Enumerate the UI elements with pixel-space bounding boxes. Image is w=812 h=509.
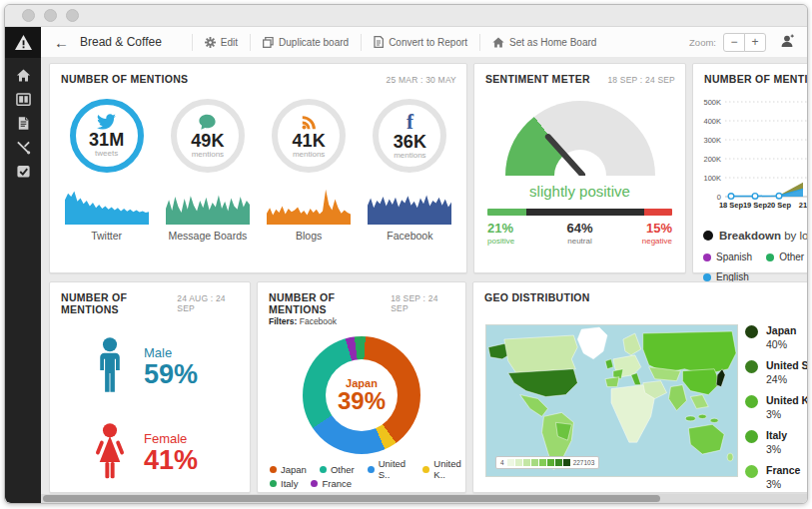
- svg-text:20 Sep: 20 Sep: [767, 201, 792, 210]
- card-date-range: 25 MAR : 30 MAY: [387, 75, 456, 85]
- card-title: NUMBER OF MENTIONS: [269, 291, 391, 315]
- country-donut-chart: Japan 39%: [303, 336, 420, 454]
- world-map: 4 227103: [485, 324, 738, 477]
- svg-text:18 Sep: 18 Sep: [719, 201, 744, 210]
- duplicate-board-button[interactable]: Duplicate board: [251, 27, 361, 57]
- card-date-range: 24 AUG : 24 SEP: [177, 293, 240, 313]
- twitter-sparkline: [65, 185, 149, 225]
- donut-hole: Japan 39%: [326, 359, 398, 431]
- traffic-light-minimize[interactable]: [44, 9, 57, 22]
- scale-swatches: [507, 459, 570, 466]
- sidebar-monitor-icon[interactable]: [16, 140, 31, 155]
- source-facebook: f 36K mentions Facebook: [362, 99, 457, 242]
- horizontal-scrollbar: [41, 494, 807, 503]
- card-number-of-mentions-donut: NUMBER OF MENTIONS 18 SEP : 24 SEP Filte…: [257, 281, 466, 493]
- sentiment-gauge: [505, 101, 655, 176]
- legend-item-other: Other: [766, 252, 804, 262]
- neutral-label: neutral: [549, 237, 610, 246]
- card-number-of-mentions-sources: NUMBER OF MENTIONS 25 MAR : 30 MAY 31M t…: [49, 63, 467, 273]
- dashboard-canvas: NUMBER OF MENTIONS 25 MAR : 30 MAY 31M t…: [41, 57, 807, 503]
- world-map-svg: [486, 325, 737, 476]
- legend-item-united-states: United S..: [368, 458, 410, 480]
- svg-text:21: 21: [799, 201, 807, 210]
- source-blogs: 41K mentions Blogs: [261, 99, 357, 242]
- legend-dot: [311, 480, 318, 487]
- svg-text:200K: 200K: [703, 155, 721, 164]
- choropleth-scale: 4 227103: [495, 456, 599, 469]
- scrollbar-thumb[interactable]: [43, 495, 660, 502]
- zoom-in-button[interactable]: +: [744, 33, 766, 52]
- male-label: Male: [144, 345, 198, 360]
- back-button[interactable]: ←: [41, 34, 80, 51]
- scale-swatch: [563, 459, 570, 466]
- facebook-icon: f: [406, 112, 413, 133]
- scale-swatch: [531, 459, 538, 466]
- facebook-label: Facebook: [387, 230, 432, 242]
- twitter-ring: 31M tweets: [70, 99, 144, 173]
- svg-text:100K: 100K: [703, 174, 721, 183]
- card-title: NUMBER OF MENTIONS: [61, 73, 188, 85]
- legend-dot: [270, 480, 277, 487]
- scale-swatch: [523, 459, 530, 466]
- set-home-board-button[interactable]: Set as Home Board: [480, 27, 608, 57]
- sentiment-bar-segment: [526, 209, 644, 216]
- sidebar-report-icon[interactable]: [16, 116, 31, 131]
- zoom-out-button[interactable]: −: [723, 33, 745, 52]
- gear-icon: [205, 37, 216, 48]
- card-geo-distribution: GEO DISTRIBUTION: [472, 281, 807, 493]
- scale-swatch: [547, 459, 554, 466]
- sentiment-bar-segment: [487, 209, 526, 216]
- convert-to-report-label: Convert to Report: [389, 37, 467, 48]
- neutral-pct: 64%: [549, 221, 610, 236]
- sentiment-stacked-bar: [487, 209, 672, 216]
- message-boards-value: 49K: [191, 132, 224, 150]
- scale-max: 227103: [573, 459, 595, 466]
- facebook-ring: f 36K mentions: [373, 99, 446, 173]
- message-boards-label: Message Boards: [168, 230, 247, 242]
- traffic-light-zoom[interactable]: [66, 9, 79, 22]
- traffic-light-close[interactable]: [22, 9, 35, 22]
- blogs-label: Blogs: [296, 230, 322, 242]
- convert-to-report-button[interactable]: Convert to Report: [362, 27, 479, 57]
- legend-heading: Breakdown by location: [703, 230, 807, 242]
- female-pct: 41%: [144, 446, 198, 474]
- report-icon: [374, 36, 384, 48]
- sentiment-verdict: slightly positive: [474, 183, 685, 200]
- legend-dot: [703, 231, 713, 241]
- donut-center-pct: 39%: [338, 389, 386, 413]
- mentions-line-chart: 0100K200K300K400K500K18 Sep19 Sep20 Sep2…: [695, 90, 807, 229]
- svg-text:400K: 400K: [703, 117, 721, 126]
- legend-row: Spanish Other Japanese: [703, 252, 807, 262]
- scale-swatch: [539, 459, 546, 466]
- donut-legend-row: Italy France: [270, 478, 352, 489]
- legend-item-united-kingdom: United K..: [422, 458, 465, 480]
- set-home-board-label: Set as Home Board: [509, 37, 596, 48]
- neutral-stat: 64% neutral: [549, 221, 610, 246]
- sidebar-home-icon[interactable]: [16, 68, 31, 83]
- board-toolbar: ← Bread & Coffee Edit Duplicate board Co…: [41, 27, 807, 58]
- geo-legend-item: Japan40%: [745, 324, 807, 350]
- duplicate-icon: [263, 37, 274, 48]
- geo-legend: Japan40%United Stat24%United King3%Italy…: [745, 324, 807, 490]
- scale-swatch: [555, 459, 562, 466]
- legend-dot: [745, 325, 758, 338]
- edit-button[interactable]: Edit: [193, 27, 250, 57]
- female-label: Female: [144, 431, 198, 446]
- legend-dot: [745, 465, 758, 478]
- geo-legend-item: United Stat24%: [745, 359, 807, 385]
- scale-min: 4: [500, 459, 504, 466]
- filters-label: Filters:: [269, 316, 297, 326]
- female-icon: [94, 423, 126, 483]
- positive-stat: 21% positive: [487, 221, 548, 246]
- sidebar-boards-icon[interactable]: [16, 92, 31, 107]
- speech-bubble-icon: [198, 114, 217, 131]
- sidebar-tasks-icon[interactable]: [16, 164, 31, 179]
- user-menu-button[interactable]: [780, 34, 795, 50]
- geo-legend-item: Italy3%: [745, 429, 807, 455]
- legend-item-japan: Japan: [270, 458, 307, 480]
- legend-dot: [766, 254, 774, 261]
- positive-pct: 21%: [487, 221, 548, 236]
- message-boards-ring: 49K mentions: [171, 99, 245, 173]
- board-title: Bread & Coffee: [80, 35, 162, 49]
- app-logo: [5, 27, 41, 58]
